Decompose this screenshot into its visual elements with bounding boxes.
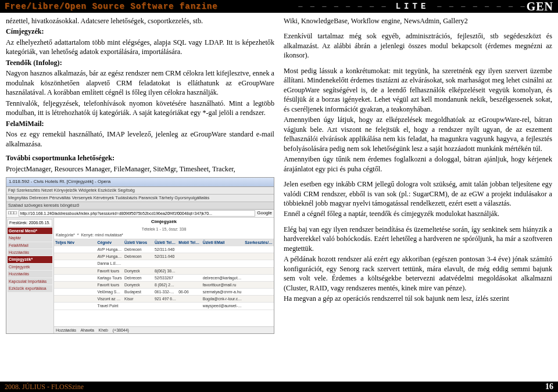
sidebar-item[interactable]: Ezközök exportálása (8, 285, 52, 292)
table-cell (54, 260, 96, 267)
table-cell (177, 253, 201, 260)
col-header[interactable]: Üzleti Város (123, 239, 153, 246)
table-row[interactable]: AVP Hungary KftDebrecen52/311-940 (54, 253, 274, 260)
col-header[interactable]: Üzleti Telefon (153, 239, 177, 246)
table-cell: Travel Point (96, 303, 123, 309)
table-cell (123, 303, 153, 309)
right-p2: Ezenkívül tartalmaz még sok egyéb, admin… (284, 31, 552, 60)
table-cell (153, 303, 177, 309)
header-right: — — — — — — — — LITE — — — — — — — — GEN (298, 0, 553, 13)
page-title: Címjegyzék (54, 218, 274, 226)
table-cell: 52/311-940 (153, 246, 177, 253)
table-cell (177, 246, 201, 253)
nav-cell: Ahawta (80, 328, 94, 332)
table-cell: 52/311-940 (153, 253, 177, 260)
table-cell (202, 260, 244, 267)
table-cell: Danna L.E. Samp; Partners Worldwide (96, 260, 123, 267)
footer-date: 2008. JÚLIUS - FLOSSzine (5, 383, 84, 391)
app-main: Címjegyzék Tételek 1 - 15, össz: 338 Kat… (54, 218, 274, 333)
table-cell: favorittour@mail.ru (202, 282, 244, 288)
filter-cell[interactable]: Kenyé: mind mutatása* (81, 232, 123, 238)
table-bottom-nav[interactable]: Hozzáadás Ahawta Kheb (+38044) (54, 326, 274, 333)
col-header[interactable]: Mobil Telefon (177, 239, 201, 246)
table-cell (244, 268, 274, 274)
page-number: 16 (545, 382, 553, 391)
nav-cell[interactable]: Hozzáadás (56, 328, 76, 332)
browser-toolbar[interactable]: Megnyitás Debrecen Pénzváltás Versenyek … (6, 195, 274, 202)
search-google-label[interactable]: Google (257, 210, 272, 217)
table-cell: Debrecen (123, 253, 153, 260)
filter-cell[interactable]: * (77, 232, 79, 238)
decor-dashes-1: — — — — — — — — (298, 2, 387, 10)
address-input[interactable] (19, 210, 256, 217)
table-cell: Donyeck (123, 268, 153, 274)
table-row[interactable]: Kartago ToursDebrecen52/533267debrecen@k… (54, 275, 274, 282)
sidebar-item[interactable]: Naptár (8, 235, 52, 241)
content-columns: nézettel, hivatkozásokkal. Adatcsere leh… (0, 13, 558, 382)
table-cell (54, 303, 96, 309)
table-row[interactable]: Travel Pointwayspeed@aurwet-kiev.ua (54, 303, 274, 310)
col-header[interactable]: Cégnév (96, 239, 123, 246)
tovabbi-title: További csoportmunka lehetőségek: (6, 154, 115, 162)
right-column: Wiki, KnowledgeBase, Workflow engine, Ne… (284, 16, 552, 382)
sidebar-date: Frestürek: 2008.05.15. (8, 219, 52, 226)
page-subtitle: Tételek 1 - 15, össz: 338 (54, 226, 274, 232)
table-cell (244, 303, 274, 309)
sidebar-group-header[interactable]: Címjegyzék* (8, 256, 52, 262)
icon-generic: □□□ (8, 210, 17, 217)
magazine-title: Free/Libre/Open Source Software fanzine (5, 2, 218, 11)
table-cell: debrecen@kartagotours.hu (202, 275, 244, 281)
window-menubar[interactable]: Fájl Szerkesztés Nézet Könyvjelzők Widge… (6, 187, 274, 195)
sidebar-item[interactable]: Hozzáadás (8, 249, 52, 256)
sidebar-item[interactable]: Kapcsolat Importálás (8, 278, 52, 285)
table-row[interactable]: Velőmag Szövetségi SzakmajzsBudapest061-… (54, 289, 274, 296)
data-table: Teljes Név Cégnév Üzleti Város Üzleti Te… (54, 239, 274, 326)
right-p1: Wiki, KnowledgeBase, Workflow engine, Ne… (284, 16, 552, 26)
table-cell (244, 253, 274, 260)
table-row[interactable]: AVP Hungary KftDebrecen52/311-940 (54, 246, 274, 253)
table-cell: 061-332-1548 (153, 289, 177, 295)
table-cell (202, 253, 244, 260)
table-row[interactable]: Favorit toursDonyeck8 (062) 207 30-955fa… (54, 282, 274, 289)
table-cell (177, 275, 201, 281)
table-cell: Donyeck (123, 282, 153, 288)
sidebar-item[interactable]: Hozzáadás (8, 271, 52, 277)
col-header[interactable]: Teljes Név (54, 239, 96, 246)
table-cell (123, 260, 153, 267)
teendok-body: Nagyon hasznos alkalmazás, bár az egész … (6, 69, 274, 97)
table-cell (54, 282, 96, 288)
window-titlebar: 1.018.592 - Civis Hotels Rt. [Címjegyzék… (6, 178, 274, 187)
table-cell: Kisor (123, 296, 153, 302)
teendok-title: Teendők (Infolog): (6, 59, 62, 67)
table-cell: wayspeed@aurwet-kiev.ua (202, 303, 244, 309)
table-cell: Kartago Tours (96, 275, 123, 281)
table-cell (244, 246, 274, 253)
table-header: Teljes Név Cégnév Üzleti Város Üzleti Te… (54, 239, 274, 246)
filter-cell[interactable]: Kategória* (56, 232, 75, 238)
decor-dashes-2: — — — — — — — — (437, 2, 526, 10)
table-cell (177, 268, 201, 274)
table-cell (177, 296, 201, 302)
table-cell (244, 296, 274, 302)
table-row[interactable]: Favorit toursDonyeck8(062) 388 34 42 (54, 268, 274, 275)
nav-cell: (+38044) (113, 328, 129, 332)
browser-tabs[interactable]: Szabad szöveges keresés böngésző (6, 202, 274, 210)
table-cell (177, 282, 201, 288)
table-cell (54, 289, 96, 295)
table-cell: Bogda@cnk-r-tour.com (202, 296, 244, 302)
table-row[interactable]: Viszont az Nemzet KNKisor921 497 63168Bo… (54, 296, 274, 303)
table-row[interactable]: Danna L.E. Samp; Partners Worldwide (54, 260, 274, 267)
table-cell (244, 289, 274, 295)
filter-row[interactable]: Kategória* * Kenyé: mind mutatása* (54, 232, 274, 239)
table-cell: Budapest (123, 289, 153, 295)
sidebar-item[interactable]: Címjegyzék (8, 264, 52, 270)
sidebar-menu-header[interactable]: General Menü* (8, 228, 52, 234)
sidebar-item[interactable]: FelaMiMail (8, 242, 52, 249)
table-cell: Debrecen (123, 275, 153, 281)
col-header[interactable]: Üzleti EMail (202, 239, 244, 246)
table-cell (177, 303, 201, 309)
right-p9: A példának hozott rendszer alá ezért egy… (284, 254, 552, 293)
col-header[interactable]: Szerkesztés/csatolás (244, 239, 274, 246)
table-cell (54, 246, 96, 253)
table-cell: szematya@cnmr-a.hu (202, 289, 244, 295)
